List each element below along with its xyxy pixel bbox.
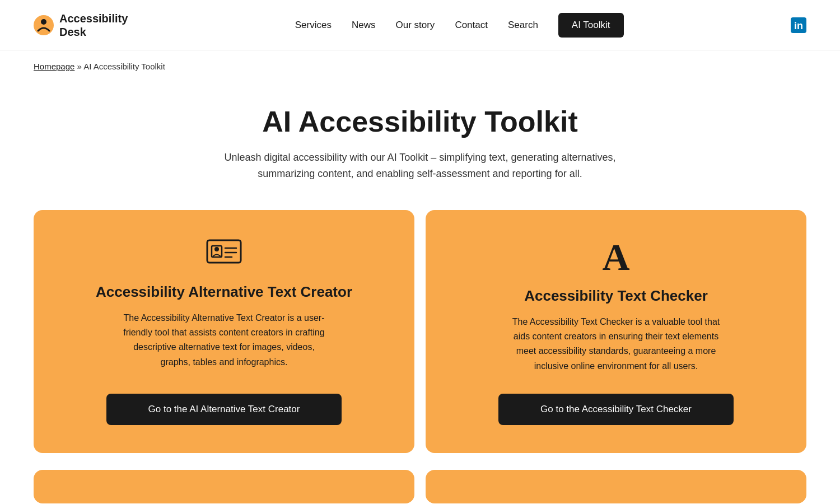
card-text-checker-title: Accessibility Text Checker	[524, 287, 708, 305]
ai-toolkit-button[interactable]: AI Toolkit	[558, 13, 624, 38]
svg-point-1	[41, 19, 46, 25]
breadcrumb-current: AI Accessibility Toolkit	[83, 62, 165, 71]
linkedin-icon[interactable]: in	[791, 17, 806, 33]
card-alt-text-title: Accessibility Alternative Text Creator	[96, 283, 352, 301]
id-card-icon	[206, 238, 242, 270]
svg-point-6	[214, 247, 219, 251]
hero-section: AI Accessibility Toolkit Unleash digital…	[0, 82, 840, 210]
logo-icon	[34, 15, 54, 35]
card-alt-text: Accessibility Alternative Text Creator T…	[34, 210, 414, 454]
logo-text: Accessibility Desk	[59, 12, 128, 39]
svg-point-0	[34, 15, 54, 35]
letter-a-icon: A	[602, 238, 629, 276]
nav-contact[interactable]: Contact	[455, 20, 488, 31]
card-text-checker-description: The Accessibility Text Checker is a valu…	[510, 315, 722, 374]
go-to-text-checker-button[interactable]: Go to the Accessibility Text Checker	[498, 394, 734, 425]
bottom-card-left	[34, 470, 414, 503]
nav-news[interactable]: News	[352, 20, 376, 31]
breadcrumb-home[interactable]: Homepage	[34, 62, 74, 71]
breadcrumb-separator: »	[77, 62, 82, 71]
go-to-alt-text-creator-button[interactable]: Go to the AI Alternative Text Creator	[106, 394, 342, 425]
nav-our-story[interactable]: Our story	[395, 20, 435, 31]
bottom-card-right	[426, 470, 806, 503]
nav-services[interactable]: Services	[295, 20, 332, 31]
breadcrumb: Homepage » AI Accessibility Toolkit	[0, 50, 840, 82]
hero-description: Unleash digital accessibility with our A…	[213, 150, 627, 182]
cards-grid: Accessibility Alternative Text Creator T…	[0, 210, 840, 470]
card-alt-text-description: The Accessibility Alternative Text Creat…	[118, 311, 330, 374]
card-text-checker: A Accessibility Text Checker The Accessi…	[426, 210, 806, 454]
nav-search[interactable]: Search	[508, 20, 538, 31]
page-title: AI Accessibility Toolkit	[34, 105, 806, 138]
bottom-cards-preview	[0, 470, 840, 504]
svg-text:in: in	[794, 20, 803, 31]
main-nav: Services News Our story Contact Search A…	[295, 13, 624, 38]
logo[interactable]: Accessibility Desk	[34, 12, 128, 39]
